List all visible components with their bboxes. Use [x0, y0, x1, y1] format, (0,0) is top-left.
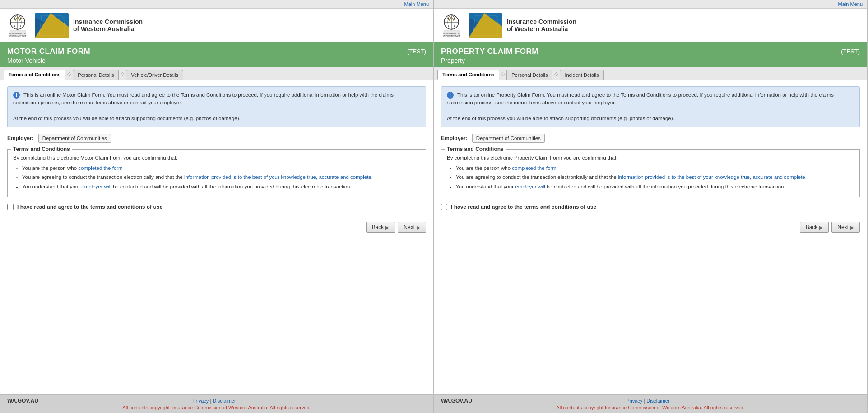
left-employer-name: Department of Communities	[38, 134, 111, 143]
left-header: GOVERNMENT OF WESTERN AUSTRALIA Insuranc…	[0, 9, 433, 42]
left-back-button[interactable]: Back ▶	[366, 222, 395, 233]
gov-logo-icon: GOVERNMENT OF WESTERN AUSTRALIA	[5, 13, 30, 38]
left-panel: Main Menu GOVERNMENT OF WESTERN AUSTRALI…	[0, 0, 434, 413]
left-form-title-bar: MOTOR CLAIM FORM (TEST) Motor Vehicle	[0, 42, 433, 67]
left-tab-vehicle[interactable]: Vehicle/Driver Details	[126, 70, 183, 80]
right-footer: WA.GOV.AU Privacy | Disclaimer All conte…	[434, 394, 867, 413]
right-footer-links: Privacy | Disclaimer	[626, 398, 669, 404]
left-back-arrow-icon: ▶	[385, 225, 389, 230]
left-tab-terms[interactable]: Terms and Conditions	[4, 70, 65, 80]
list-item: You are agreeing to conduct the transact…	[456, 173, 854, 181]
left-terms-legend: Terms and Conditions	[11, 146, 72, 152]
right-terms-legend: Terms and Conditions	[445, 146, 506, 152]
left-org-name2: of Western Australia	[73, 25, 143, 33]
right-form-title: PROPERTY CLAIM FORM	[441, 47, 538, 56]
right-terms-checkbox[interactable]	[441, 204, 447, 210]
left-next-label: Next	[404, 224, 415, 230]
left-back-label: Back	[372, 224, 384, 230]
right-header: GOVERNMENT OF WESTERN AUSTRALIA Insuranc…	[434, 9, 867, 42]
left-tab-sep1: ◇	[66, 71, 72, 79]
right-form-test-badge: (TEST)	[841, 48, 860, 55]
right-button-row: Back ▶ Next ▶	[441, 219, 860, 235]
right-checkbox-row: I have read and agree to the terms and c…	[441, 204, 860, 210]
right-gov-logo-icon: GOVERNMENT OF WESTERN AUSTRALIA	[439, 13, 464, 38]
left-employer-row: Employer: Department of Communities	[7, 134, 426, 143]
right-back-arrow-icon: ▶	[819, 225, 823, 230]
left-terms-fieldset: Terms and Conditions By completing this …	[7, 149, 426, 197]
list-item: You are agreeing to conduct the transact…	[22, 173, 420, 181]
svg-text:WESTERN AUSTRALIA: WESTERN AUSTRALIA	[443, 35, 460, 37]
left-terms-list: You are the person who completed the for…	[22, 164, 420, 191]
right-info-box: i This is an online Property Claim Form.…	[441, 86, 860, 127]
right-back-label: Back	[806, 224, 818, 230]
right-main-menu[interactable]: Main Menu	[838, 1, 863, 7]
left-org-name1: Insurance Commission	[73, 18, 143, 25]
left-terms-checkbox[interactable]	[7, 204, 14, 210]
right-tab-personal[interactable]: Personal Details	[506, 70, 552, 80]
left-info-text1: This is an online Motor Claim Form. You …	[13, 92, 394, 105]
left-tab-sep2: ◇	[120, 71, 125, 79]
svg-text:WESTERN AUSTRALIA: WESTERN AUSTRALIA	[9, 35, 26, 37]
left-form-title: MOTOR CLAIM FORM	[7, 47, 90, 56]
right-org-name2: of Western Australia	[507, 25, 576, 33]
right-disclaimer-link[interactable]: Disclaimer	[646, 398, 669, 404]
left-terms-intro: By completing this electronic Motor Clai…	[13, 155, 420, 160]
left-top-bar: Main Menu	[0, 0, 433, 9]
left-disclaimer-link[interactable]: Disclaimer	[213, 398, 236, 404]
right-footer-gov: WA.GOV.AU	[441, 398, 472, 404]
left-header-org-name: Insurance Commission of Western Australi…	[73, 18, 143, 33]
right-terms-list: You are the person who completed the for…	[456, 164, 854, 191]
right-icwa-logo-icon	[469, 13, 502, 38]
svg-text:GOVERNMENT OF: GOVERNMENT OF	[443, 33, 460, 35]
right-tab-sep2: ◇	[553, 71, 559, 79]
left-info-box: i This is an online Motor Claim Form. Yo…	[7, 86, 426, 127]
right-terms-fieldset: Terms and Conditions By completing this …	[441, 149, 860, 197]
right-next-label: Next	[837, 224, 849, 230]
left-next-button[interactable]: Next ▶	[398, 222, 426, 233]
right-employer-name: Department of Communities	[472, 134, 545, 143]
left-tabs-bar: Terms and Conditions ◇ Personal Details …	[0, 67, 433, 80]
left-footer-gov: WA.GOV.AU	[7, 398, 38, 404]
right-info-icon: i	[447, 92, 454, 99]
list-item: You understand that your employer will b…	[456, 183, 854, 191]
right-form-title-bar: PROPERTY CLAIM FORM (TEST) Property	[434, 42, 867, 67]
right-tab-terms[interactable]: Terms and Conditions	[437, 70, 499, 80]
right-employer-row: Employer: Department of Communities	[441, 134, 860, 143]
right-header-org-name: Insurance Commission of Western Australi…	[507, 18, 576, 33]
right-info-text1: This is an online Property Claim Form. Y…	[447, 92, 834, 105]
left-form-test-badge: (TEST)	[407, 48, 426, 55]
right-org-name1: Insurance Commission	[507, 18, 576, 25]
left-footer: WA.GOV.AU Privacy | Disclaimer All conte…	[0, 394, 433, 413]
left-employer-label: Employer:	[7, 135, 34, 141]
right-tab-incident[interactable]: Incident Details	[560, 70, 603, 80]
svg-text:GOVERNMENT OF: GOVERNMENT OF	[9, 33, 26, 35]
right-footer-copy: All contents copyright Insurance Commiss…	[556, 405, 744, 410]
right-panel: Main Menu GOVERNMENT OF WESTERN AUSTRALI…	[434, 0, 868, 413]
left-form-subtitle: Motor Vehicle	[7, 57, 426, 64]
left-footer-copy: All contents copyright Insurance Commiss…	[122, 405, 311, 410]
list-item: You are the person who completed the for…	[456, 164, 854, 172]
right-next-arrow-icon: ▶	[850, 225, 854, 230]
list-item: You understand that your employer will b…	[22, 183, 420, 191]
right-top-bar: Main Menu	[434, 0, 867, 9]
left-privacy-link[interactable]: Privacy	[192, 398, 209, 404]
right-employer-label: Employer:	[441, 135, 468, 141]
right-tab-sep1: ◇	[500, 71, 506, 79]
left-info-text2: At the end of this process you will be a…	[13, 116, 241, 121]
left-next-arrow-icon: ▶	[417, 225, 420, 230]
left-info-icon: i	[13, 92, 20, 99]
right-privacy-link[interactable]: Privacy	[626, 398, 642, 404]
left-checkbox-label: I have read and agree to the terms and c…	[17, 204, 162, 210]
left-main-menu[interactable]: Main Menu	[404, 1, 429, 7]
list-item: You are the person who completed the for…	[22, 164, 420, 172]
left-tab-personal[interactable]: Personal Details	[73, 70, 119, 80]
left-form-body: i This is an online Motor Claim Form. Yo…	[0, 80, 433, 394]
right-tabs-bar: Terms and Conditions ◇ Personal Details …	[434, 67, 867, 80]
icwa-logo-icon	[35, 13, 69, 38]
right-checkbox-label: I have read and agree to the terms and c…	[451, 204, 596, 210]
left-footer-links: Privacy | Disclaimer	[192, 398, 236, 404]
right-back-button[interactable]: Back ▶	[800, 222, 829, 233]
right-next-button[interactable]: Next ▶	[831, 222, 860, 233]
right-form-subtitle: Property	[441, 57, 860, 64]
right-info-text2: At the end of this process you will be a…	[447, 116, 674, 121]
